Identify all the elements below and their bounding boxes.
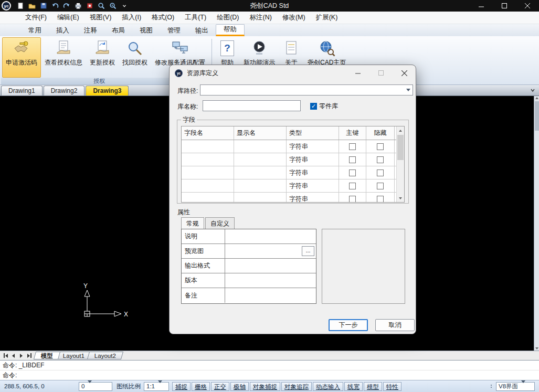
- scrollbar-thumb[interactable]: [535, 101, 539, 131]
- type-cell[interactable]: 字符串: [287, 193, 339, 203]
- layer-dropdown[interactable]: 0: [79, 382, 112, 391]
- type-cell[interactable]: 字符串: [287, 179, 339, 192]
- ribbon-tab-manage[interactable]: 管理: [160, 25, 188, 36]
- display-name-cell[interactable]: [234, 179, 287, 192]
- ribbon-tab-view[interactable]: 视图: [132, 25, 160, 36]
- scale-dropdown[interactable]: 1:1: [144, 382, 169, 391]
- dropdown-arrow-icon[interactable]: [521, 383, 525, 389]
- ribbon-tab-output[interactable]: 输出: [188, 25, 216, 36]
- primary-key-cell[interactable]: [339, 153, 366, 166]
- scroll-up-icon[interactable]: [535, 97, 538, 99]
- toggle-model[interactable]: 模型: [364, 382, 382, 391]
- scrollbar-thumb[interactable]: [397, 135, 404, 160]
- primary-key-checkbox[interactable]: [349, 183, 356, 189]
- dialog-close-button[interactable]: [393, 65, 416, 81]
- field-name-cell[interactable]: [182, 179, 234, 192]
- hidden-checkbox[interactable]: [377, 143, 384, 150]
- previous-layout-button[interactable]: [9, 352, 17, 359]
- vertical-scrollbar[interactable]: [534, 96, 539, 351]
- layout-tab-layout1[interactable]: Layout1: [56, 352, 92, 359]
- zoom-window-icon[interactable]: [109, 2, 117, 10]
- dropdown-arrow-icon[interactable]: [158, 383, 162, 389]
- hidden-checkbox[interactable]: [377, 196, 384, 203]
- zoom-icon[interactable]: [97, 2, 105, 10]
- display-name-cell[interactable]: [234, 193, 287, 203]
- display-name-cell[interactable]: [234, 153, 287, 166]
- menu-extension[interactable]: 扩展(K): [311, 12, 343, 24]
- type-cell[interactable]: 字符串: [287, 140, 339, 153]
- scroll-down-icon[interactable]: [535, 347, 538, 349]
- doc-tab-list-chevron-icon[interactable]: [529, 86, 537, 94]
- dialog-minimize-button[interactable]: [346, 65, 369, 81]
- toggle-properties[interactable]: 特性: [383, 382, 401, 391]
- menu-modify[interactable]: 修改(M): [277, 12, 311, 24]
- toggle-osnap[interactable]: 对象捕捉: [250, 382, 280, 391]
- ribbon-button-update-license[interactable]: 更新授权: [86, 37, 119, 78]
- qat-customize-chevron-icon[interactable]: [120, 2, 128, 10]
- primary-key-checkbox[interactable]: [349, 143, 356, 150]
- open-folder-icon[interactable]: [28, 2, 36, 10]
- plot-icon[interactable]: [86, 2, 93, 10]
- toggle-ortho[interactable]: 正交: [211, 382, 229, 391]
- attr-value-field[interactable]: [225, 259, 316, 273]
- first-layout-button[interactable]: [2, 352, 9, 359]
- field-name-cell[interactable]: [182, 140, 234, 153]
- menu-draw[interactable]: 绘图(D): [212, 12, 244, 24]
- hidden-cell[interactable]: [366, 153, 395, 166]
- attr-value-field[interactable]: ...: [225, 244, 316, 258]
- hidden-cell[interactable]: [366, 193, 395, 203]
- attr-value-field[interactable]: [225, 288, 316, 303]
- last-layout-button[interactable]: [25, 352, 33, 359]
- ribbon-tab-common[interactable]: 常用: [21, 25, 49, 36]
- scroll-down-icon[interactable]: [397, 194, 404, 202]
- menu-tools[interactable]: 工具(T): [179, 12, 212, 24]
- dialog-maximize-button[interactable]: [369, 65, 393, 81]
- menu-dimension[interactable]: 标注(N): [245, 12, 277, 24]
- command-input-line[interactable]: 命令:: [0, 370, 539, 380]
- close-button[interactable]: [516, 0, 539, 12]
- redo-icon[interactable]: [62, 2, 70, 10]
- lib-path-dropdown-icon[interactable]: [404, 85, 413, 95]
- attr-value-field[interactable]: [225, 273, 316, 288]
- primary-key-checkbox[interactable]: [349, 156, 356, 163]
- tab-custom[interactable]: 自定义: [205, 217, 235, 230]
- ribbon-tab-layout[interactable]: 布局: [104, 25, 132, 36]
- primary-key-cell[interactable]: [339, 140, 366, 153]
- parts-lib-checkbox[interactable]: [310, 103, 317, 110]
- cancel-button[interactable]: 取消: [375, 319, 415, 331]
- ribbon-button-activation-code[interactable]: 申请激活码: [2, 37, 41, 78]
- primary-key-cell[interactable]: [339, 193, 366, 203]
- hidden-checkbox[interactable]: [377, 183, 384, 189]
- toggle-lineweight[interactable]: 线宽: [344, 382, 363, 391]
- menu-file[interactable]: 文件(F): [20, 12, 52, 24]
- parts-lib-checkbox-group[interactable]: 零件库: [310, 102, 338, 111]
- statusbar-more-icon[interactable]: [491, 385, 492, 388]
- menu-insert[interactable]: 插入(I): [117, 12, 146, 24]
- menu-view[interactable]: 视图(V): [84, 12, 117, 24]
- hidden-cell[interactable]: [366, 166, 395, 179]
- toggle-dynamic-input[interactable]: 动态输入: [313, 382, 343, 391]
- hidden-cell[interactable]: [366, 140, 395, 153]
- field-name-cell[interactable]: [182, 153, 234, 166]
- ribbon-tab-insert[interactable]: 插入: [49, 25, 77, 36]
- ribbon-tab-annotate[interactable]: 注释: [77, 25, 104, 36]
- save-icon[interactable]: [39, 2, 47, 10]
- ui-mode-dropdown[interactable]: V8界面: [496, 382, 535, 391]
- ribbon-button-recover-license[interactable]: 找回授权: [119, 37, 151, 78]
- layout-tab-model[interactable]: 模型: [34, 352, 60, 359]
- menu-format[interactable]: 格式(O): [146, 12, 179, 24]
- scroll-up-icon[interactable]: [397, 126, 404, 134]
- doc-tab-drawing2[interactable]: Drawing2: [44, 86, 85, 96]
- ribbon-button-view-license[interactable]: 查看授权信息: [41, 37, 86, 78]
- primary-key-checkbox[interactable]: [349, 196, 356, 203]
- new-file-icon[interactable]: [16, 2, 24, 10]
- toggle-snap[interactable]: 捕捉: [172, 382, 191, 391]
- type-cell[interactable]: 字符串: [287, 166, 339, 179]
- attr-value-field[interactable]: [225, 229, 316, 243]
- primary-key-cell[interactable]: [339, 166, 366, 179]
- lib-name-input[interactable]: [203, 100, 301, 111]
- next-layout-button[interactable]: [17, 352, 25, 359]
- ribbon-tab-help[interactable]: 帮助: [216, 24, 245, 36]
- hidden-cell[interactable]: [366, 179, 395, 192]
- menu-edit[interactable]: 编辑(E): [52, 12, 84, 24]
